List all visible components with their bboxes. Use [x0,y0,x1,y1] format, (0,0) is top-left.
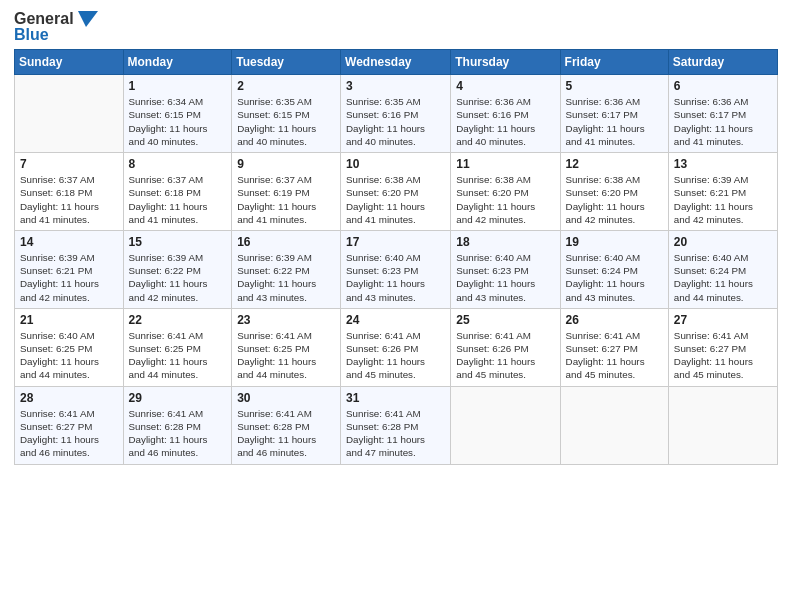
day-number: 26 [566,313,663,327]
calendar-header-friday: Friday [560,50,668,75]
logo-text: General Blue [14,10,98,43]
day-number: 20 [674,235,772,249]
day-number: 25 [456,313,554,327]
day-number: 30 [237,391,335,405]
day-info: Sunrise: 6:40 AMSunset: 6:23 PMDaylight:… [346,251,445,304]
calendar-header-wednesday: Wednesday [341,50,451,75]
day-info: Sunrise: 6:37 AMSunset: 6:18 PMDaylight:… [129,173,227,226]
day-number: 10 [346,157,445,171]
calendar-cell: 25Sunrise: 6:41 AMSunset: 6:26 PMDayligh… [451,308,560,386]
calendar-cell: 26Sunrise: 6:41 AMSunset: 6:27 PMDayligh… [560,308,668,386]
day-info: Sunrise: 6:41 AMSunset: 6:27 PMDaylight:… [566,329,663,382]
day-number: 23 [237,313,335,327]
calendar-week-row: 7Sunrise: 6:37 AMSunset: 6:18 PMDaylight… [15,153,778,231]
calendar-header-monday: Monday [123,50,232,75]
calendar-cell: 13Sunrise: 6:39 AMSunset: 6:21 PMDayligh… [668,153,777,231]
logo-blue: Blue [14,26,49,44]
calendar-cell: 4Sunrise: 6:36 AMSunset: 6:16 PMDaylight… [451,75,560,153]
day-number: 3 [346,79,445,93]
day-info: Sunrise: 6:34 AMSunset: 6:15 PMDaylight:… [129,95,227,148]
calendar-cell: 12Sunrise: 6:38 AMSunset: 6:20 PMDayligh… [560,153,668,231]
calendar-cell: 2Sunrise: 6:35 AMSunset: 6:15 PMDaylight… [232,75,341,153]
calendar-cell: 5Sunrise: 6:36 AMSunset: 6:17 PMDaylight… [560,75,668,153]
calendar-cell: 27Sunrise: 6:41 AMSunset: 6:27 PMDayligh… [668,308,777,386]
calendar-week-row: 28Sunrise: 6:41 AMSunset: 6:27 PMDayligh… [15,386,778,464]
calendar-cell: 9Sunrise: 6:37 AMSunset: 6:19 PMDaylight… [232,153,341,231]
day-info: Sunrise: 6:36 AMSunset: 6:16 PMDaylight:… [456,95,554,148]
calendar-cell: 31Sunrise: 6:41 AMSunset: 6:28 PMDayligh… [341,386,451,464]
day-number: 7 [20,157,118,171]
logo: General Blue [14,10,98,43]
calendar-cell [451,386,560,464]
calendar-cell: 19Sunrise: 6:40 AMSunset: 6:24 PMDayligh… [560,230,668,308]
day-info: Sunrise: 6:40 AMSunset: 6:24 PMDaylight:… [674,251,772,304]
calendar-cell: 22Sunrise: 6:41 AMSunset: 6:25 PMDayligh… [123,308,232,386]
day-number: 17 [346,235,445,249]
day-info: Sunrise: 6:35 AMSunset: 6:16 PMDaylight:… [346,95,445,148]
calendar-cell: 7Sunrise: 6:37 AMSunset: 6:18 PMDaylight… [15,153,124,231]
calendar-cell: 20Sunrise: 6:40 AMSunset: 6:24 PMDayligh… [668,230,777,308]
calendar-cell: 10Sunrise: 6:38 AMSunset: 6:20 PMDayligh… [341,153,451,231]
day-number: 22 [129,313,227,327]
calendar-cell: 8Sunrise: 6:37 AMSunset: 6:18 PMDaylight… [123,153,232,231]
day-info: Sunrise: 6:41 AMSunset: 6:26 PMDaylight:… [456,329,554,382]
day-info: Sunrise: 6:41 AMSunset: 6:28 PMDaylight:… [129,407,227,460]
calendar-cell: 24Sunrise: 6:41 AMSunset: 6:26 PMDayligh… [341,308,451,386]
day-info: Sunrise: 6:40 AMSunset: 6:24 PMDaylight:… [566,251,663,304]
day-number: 6 [674,79,772,93]
day-number: 21 [20,313,118,327]
calendar-cell: 23Sunrise: 6:41 AMSunset: 6:25 PMDayligh… [232,308,341,386]
calendar-week-row: 21Sunrise: 6:40 AMSunset: 6:25 PMDayligh… [15,308,778,386]
day-info: Sunrise: 6:41 AMSunset: 6:27 PMDaylight:… [20,407,118,460]
calendar-cell: 29Sunrise: 6:41 AMSunset: 6:28 PMDayligh… [123,386,232,464]
day-info: Sunrise: 6:38 AMSunset: 6:20 PMDaylight:… [346,173,445,226]
day-number: 24 [346,313,445,327]
day-number: 27 [674,313,772,327]
calendar-header-row: SundayMondayTuesdayWednesdayThursdayFrid… [15,50,778,75]
calendar-cell [560,386,668,464]
day-info: Sunrise: 6:39 AMSunset: 6:22 PMDaylight:… [237,251,335,304]
day-number: 18 [456,235,554,249]
day-number: 8 [129,157,227,171]
day-info: Sunrise: 6:39 AMSunset: 6:21 PMDaylight:… [674,173,772,226]
calendar-header-thursday: Thursday [451,50,560,75]
day-number: 15 [129,235,227,249]
calendar-cell: 14Sunrise: 6:39 AMSunset: 6:21 PMDayligh… [15,230,124,308]
calendar-cell [15,75,124,153]
logo-triangle-icon [76,11,98,27]
day-info: Sunrise: 6:37 AMSunset: 6:19 PMDaylight:… [237,173,335,226]
calendar-cell: 17Sunrise: 6:40 AMSunset: 6:23 PMDayligh… [341,230,451,308]
calendar-cell: 11Sunrise: 6:38 AMSunset: 6:20 PMDayligh… [451,153,560,231]
day-number: 1 [129,79,227,93]
day-number: 9 [237,157,335,171]
day-number: 13 [674,157,772,171]
svg-marker-0 [78,11,98,27]
day-number: 12 [566,157,663,171]
day-info: Sunrise: 6:38 AMSunset: 6:20 PMDaylight:… [456,173,554,226]
day-info: Sunrise: 6:41 AMSunset: 6:25 PMDaylight:… [129,329,227,382]
calendar-cell: 28Sunrise: 6:41 AMSunset: 6:27 PMDayligh… [15,386,124,464]
calendar-cell [668,386,777,464]
calendar-cell: 15Sunrise: 6:39 AMSunset: 6:22 PMDayligh… [123,230,232,308]
day-info: Sunrise: 6:36 AMSunset: 6:17 PMDaylight:… [674,95,772,148]
day-number: 11 [456,157,554,171]
calendar-table: SundayMondayTuesdayWednesdayThursdayFrid… [14,49,778,464]
day-number: 31 [346,391,445,405]
day-info: Sunrise: 6:35 AMSunset: 6:15 PMDaylight:… [237,95,335,148]
day-info: Sunrise: 6:39 AMSunset: 6:22 PMDaylight:… [129,251,227,304]
day-info: Sunrise: 6:36 AMSunset: 6:17 PMDaylight:… [566,95,663,148]
calendar-header-tuesday: Tuesday [232,50,341,75]
day-number: 5 [566,79,663,93]
calendar-cell: 6Sunrise: 6:36 AMSunset: 6:17 PMDaylight… [668,75,777,153]
day-number: 2 [237,79,335,93]
calendar-cell: 30Sunrise: 6:41 AMSunset: 6:28 PMDayligh… [232,386,341,464]
day-number: 16 [237,235,335,249]
day-info: Sunrise: 6:41 AMSunset: 6:27 PMDaylight:… [674,329,772,382]
day-info: Sunrise: 6:41 AMSunset: 6:28 PMDaylight:… [346,407,445,460]
day-number: 29 [129,391,227,405]
calendar-cell: 1Sunrise: 6:34 AMSunset: 6:15 PMDaylight… [123,75,232,153]
calendar-header-saturday: Saturday [668,50,777,75]
day-info: Sunrise: 6:41 AMSunset: 6:25 PMDaylight:… [237,329,335,382]
calendar-cell: 16Sunrise: 6:39 AMSunset: 6:22 PMDayligh… [232,230,341,308]
day-number: 4 [456,79,554,93]
